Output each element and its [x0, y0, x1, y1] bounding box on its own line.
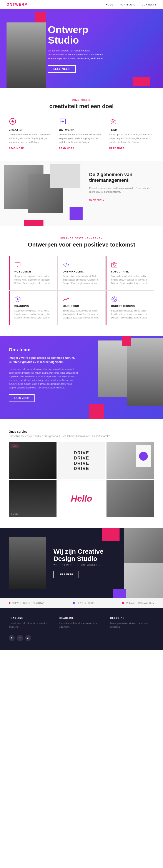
hero-accent-bottom [132, 77, 150, 86]
features-label: BELANGRIJKSTE KENMERKEN [9, 237, 154, 240]
mission-item-design: ONTWERP Lorem ipsum dolor sit amet, cons… [59, 118, 104, 150]
svg-rect-11 [112, 263, 117, 267]
hero-content: Ontwerp Studio Wij zijn een ontwerp- en … [0, 16, 113, 82]
footer-title-1: HEADLINE [9, 617, 53, 619]
feature-accent-5 [57, 291, 58, 325]
services-description: Phasellus scelerisque sed leo quis gravi… [9, 435, 154, 438]
svg-line-10 [66, 263, 67, 267]
feature-support: ONDERSTEUNING Suspendisse vulputate nisi… [106, 290, 154, 325]
service-card-4: © photo [9, 480, 56, 517]
feature-marketing: MARKETING Suspendisse vulputate nisi ut,… [57, 290, 106, 325]
design-icon [59, 118, 104, 126]
team-accent-pink2 [122, 336, 131, 346]
mission-title-2: ONTWERP [59, 128, 104, 131]
creative-person-image [9, 537, 46, 589]
feature-accent-2 [57, 256, 58, 290]
svg-point-14 [17, 299, 18, 300]
services-section: Onze service Phasellus scelerisque sed l… [0, 419, 163, 528]
feature-photography: FOTOGRAFIE Suspendisse vulputate nisi ut… [106, 256, 154, 290]
team-accent-pink [89, 404, 104, 419]
footer-text-3: Lorem ipsum dolor sit amet consectetur a… [110, 621, 154, 629]
svg-point-12 [113, 264, 115, 267]
mission-label: ONZE MISSIE [9, 99, 154, 101]
contact-item-address: 123 WEST STREET, NEWTOWN [9, 602, 45, 604]
mission-readmore-3[interactable]: READ MORE [109, 147, 125, 150]
social-facebook[interactable]: f [9, 635, 15, 641]
feature-text-development: Suspendisse vulputate nisi ut, Nullis fr… [63, 275, 100, 285]
hero-title: Ontwerp Studio [48, 24, 104, 45]
timemanagement-readmore[interactable]: READ MORE [89, 198, 104, 201]
feature-title-development: ONTWIKKELING [63, 270, 100, 273]
mission-section: ONZE MISSIE creativiteit met een doel CR… [0, 88, 163, 161]
feature-title-marketing: MARKETING [63, 305, 100, 307]
photography-icon [111, 261, 118, 268]
hero-cta-button[interactable]: LEES MEER [48, 65, 76, 73]
feature-accent-4 [9, 291, 10, 325]
service-card-2: DRIVE DRIVE DRIVE DRIVE [57, 442, 106, 479]
hero-accent-top [35, 11, 46, 23]
nav-portfolio[interactable]: PORTFOLIO [120, 3, 136, 6]
drive-line-2: DRIVE [74, 455, 89, 461]
time-images-container [0, 161, 83, 226]
footer-title-3: HEADLINE [110, 617, 154, 619]
mission-readmore-1[interactable]: READ MORE [9, 147, 24, 150]
feature-title-webdesign: WEBDESIGN [14, 270, 52, 273]
team-member-1 [98, 340, 130, 397]
service-card-1: NOV [9, 442, 56, 479]
creative-accent-blue [102, 528, 120, 541]
drive-line-4: DRIVE [74, 466, 89, 471]
support-icon [111, 296, 118, 303]
hero-description: Wij zijn een ontwerp- en reclamebureau g… [48, 49, 104, 60]
mission-title-1: CREATIEF [9, 128, 54, 131]
timemanagement-section: De 2 geheimen van timemanagement Phasell… [0, 161, 163, 226]
mission-readmore-2[interactable]: READ MORE [59, 147, 74, 150]
creative-section: Wij zijn Creative Design Studio WEBONTWE… [0, 528, 163, 598]
nav-home[interactable]: HOME [106, 3, 114, 6]
service-card-6 [107, 480, 154, 517]
feature-development: ONTWIKKELING Suspendisse vulputate nisi … [57, 256, 106, 290]
social-linkedin[interactable]: in [25, 635, 31, 641]
drive-line-1: DRIVE [74, 450, 89, 455]
service-card-5: Hello [57, 480, 106, 517]
services-grid: NOV DRIVE DRIVE DRIVE DRIVE © photo [9, 442, 154, 517]
creative-button[interactable]: LEES MEER [53, 571, 78, 578]
nav-links: HOME PORTFOLIO CONTACTS [106, 3, 157, 6]
logo[interactable]: ONTWERP [6, 3, 27, 6]
mission-text-3: Lorem ipsum dolor sit amet, consectetur … [109, 133, 154, 144]
creative-content: Wij zijn Creative Design Studio WEBONTWE… [46, 548, 154, 578]
time-content: De 2 geheimen van timemanagement Phasell… [83, 161, 163, 226]
contact-email: WEBMASTER@GMAIL.COM [126, 602, 154, 604]
svg-point-4 [112, 119, 114, 121]
features-section: BELANGRIJKSTE KENMERKEN Ontwerpen voor e… [0, 226, 163, 336]
team-section: Ons team Integer viverra ligula ornare a… [0, 336, 163, 419]
footer-col-3: HEADLINE Lorem ipsum dolor sit amet cons… [110, 617, 154, 629]
time-image-laptop [50, 164, 80, 188]
address-dot [9, 602, 10, 604]
features-title: Ontwerpen voor een positieve toekomst [9, 241, 154, 248]
timemanagement-title: De 2 geheimen van timemanagement [89, 172, 157, 183]
mission-title-3: TEAM [109, 128, 154, 131]
feature-accent-6 [106, 291, 107, 325]
time-accent-red [24, 220, 43, 226]
feature-text-marketing: Suspendisse vulputate nisi ut, Nullis fr… [63, 309, 100, 319]
service-card-detail [136, 445, 151, 467]
footer-grid: HEADLINE Lorem ipsum dolor sit amet cons… [9, 617, 154, 629]
mission-text-1: Lorem ipsum dolor sit amet, consectetur … [9, 133, 54, 144]
nav-contacts[interactable]: CONTACTS [142, 3, 157, 6]
feature-text-photography: Suspendisse vulputate nisi ut, Nullis fr… [111, 275, 149, 285]
footer-text-1: Lorem ipsum dolor sit amet consectetur a… [9, 621, 53, 629]
contact-bar: 123 WEST STREET, NEWTOWN +1 234 567 89 0… [0, 598, 163, 608]
footer-col-1: HEADLINE Lorem ipsum dolor sit amet cons… [9, 617, 53, 629]
team-icon [109, 118, 154, 126]
contact-address: 123 WEST STREET, NEWTOWN [12, 602, 45, 604]
marketing-icon [63, 296, 69, 303]
drive-text-block: DRIVE DRIVE DRIVE DRIVE [74, 450, 89, 471]
svg-rect-7 [15, 263, 20, 266]
social-twitter[interactable]: t [17, 635, 23, 641]
footer-social: f t in [9, 635, 154, 641]
team-content: Ons team Integer viverra ligula ornare a… [9, 347, 78, 402]
creative-subtitle: WEBONTWERP EN -ONTWIKKELING [53, 564, 154, 566]
team-button[interactable]: LEES MEER [9, 394, 35, 402]
features-grid: WEBDESIGN Suspendisse vulputate nisi ut,… [9, 256, 154, 325]
mission-grid: CREATIEF Lorem ipsum dolor sit amet, con… [9, 118, 154, 150]
